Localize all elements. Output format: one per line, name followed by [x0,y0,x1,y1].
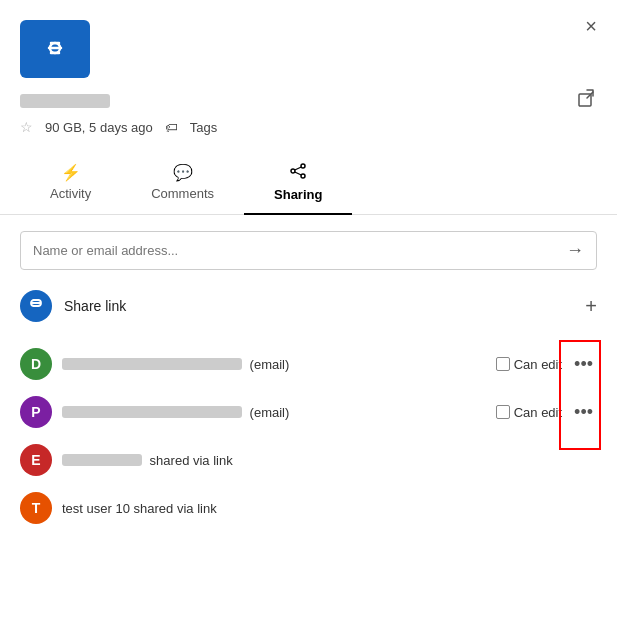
file-size-age: 90 GB, 5 days ago [45,120,153,135]
can-edit-label-p: Can edit [514,405,562,420]
user-avatar-p: P [20,396,52,428]
user-right-p: Can edit ••• [496,401,597,423]
close-button[interactable]: × [585,16,597,36]
export-icon[interactable] [577,88,597,113]
sharing-body: → Share link + D [0,215,617,548]
user-avatar-d: D [20,348,52,380]
more-button-p[interactable]: ••• [570,401,597,423]
can-edit-label-d: Can edit [514,357,562,372]
user-email-suffix-p: (email) [246,405,289,420]
share-link-label: Share link [64,298,126,314]
user-info-e: shared via link [62,453,597,468]
dialog-header: ☆ 90 GB, 5 days ago 🏷 Tags [0,0,617,135]
file-name [20,94,110,108]
search-input[interactable] [33,243,566,258]
users-container: D (email) Can edit ••• P [20,340,597,532]
user-row-e: E shared via link [20,436,597,484]
user-info-d: (email) [62,357,496,372]
user-avatar-t: T [20,492,52,524]
tags-label[interactable]: Tags [190,120,217,135]
more-button-d[interactable]: ••• [570,353,597,375]
tabs-bar: ⚡ Activity 💬 Comments Sharing [0,151,617,215]
can-edit-checkbox-p[interactable] [496,405,510,419]
tag-icon: 🏷 [165,120,178,135]
share-dialog: × [0,0,617,617]
user-right-d: Can edit ••• [496,353,597,375]
sharing-icon [289,163,307,183]
user-row-t: T test user 10 shared via link [20,484,597,532]
add-share-link-button[interactable]: + [585,296,597,316]
star-icon[interactable]: ☆ [20,119,33,135]
user-name-p [62,406,242,418]
can-edit-row-d: Can edit [496,357,562,372]
user-name-e [62,454,142,466]
svg-line-2 [587,92,593,98]
share-link-avatar [20,290,52,322]
svg-point-4 [301,174,305,178]
search-row: → [20,231,597,270]
user-info-p: (email) [62,405,496,420]
user-email-suffix-d: (email) [246,357,289,372]
user-name-t: test user 10 shared via link [62,501,217,516]
can-edit-row-p: Can edit [496,405,562,420]
user-avatar-e: E [20,444,52,476]
tab-comments[interactable]: 💬 Comments [121,151,244,214]
search-submit-button[interactable]: → [566,240,584,261]
tab-sharing[interactable]: Sharing [244,151,352,214]
file-meta: ☆ 90 GB, 5 days ago 🏷 Tags [20,119,597,135]
tab-comments-label: Comments [151,186,214,201]
svg-point-3 [301,164,305,168]
share-link-left: Share link [20,290,126,322]
svg-line-6 [295,167,302,170]
activity-icon: ⚡ [61,163,81,182]
user-info-t: test user 10 shared via link [62,501,597,516]
user-name-d [62,358,242,370]
svg-line-7 [295,172,302,175]
user-shared-via-e: shared via link [146,453,233,468]
user-row-d: D (email) Can edit ••• [20,340,597,388]
file-name-row [20,88,597,113]
user-row-p: P (email) Can edit ••• [20,388,597,436]
tab-activity[interactable]: ⚡ Activity [20,151,121,214]
folder-icon [20,20,90,78]
tab-sharing-label: Sharing [274,187,322,202]
tab-activity-label: Activity [50,186,91,201]
share-link-row: Share link + [20,286,597,326]
comments-icon: 💬 [173,163,193,182]
svg-point-5 [291,169,295,173]
can-edit-checkbox-d[interactable] [496,357,510,371]
